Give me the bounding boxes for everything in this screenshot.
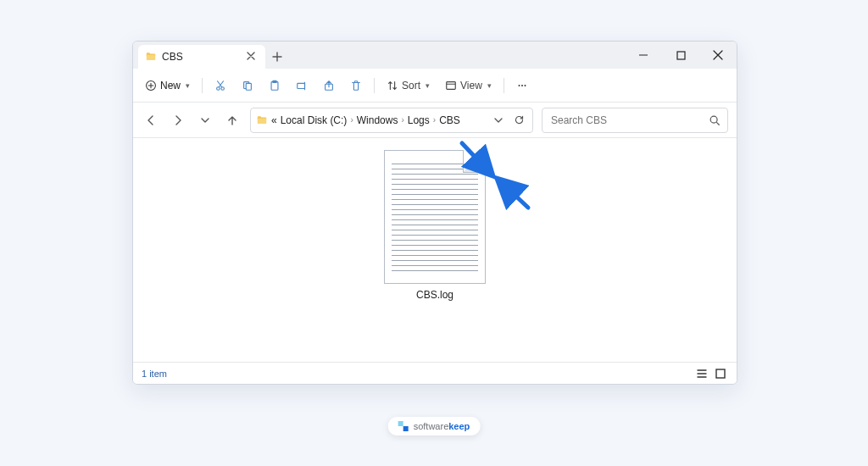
close-window-button[interactable] [699, 42, 737, 69]
sort-button[interactable]: Sort ▾ [380, 73, 437, 98]
svg-point-2 [217, 86, 220, 90]
tab-cbs[interactable]: CBS [138, 45, 265, 69]
share-button[interactable] [316, 73, 342, 98]
toolbar-divider [374, 78, 375, 93]
recent-locations-button[interactable] [196, 111, 214, 130]
sort-button-label: Sort [402, 80, 420, 92]
back-button[interactable] [142, 111, 160, 130]
text-file-icon [384, 150, 486, 284]
view-button-label: View [460, 80, 482, 92]
breadcrumb[interactable]: Logs [408, 114, 430, 126]
view-button[interactable]: View ▾ [438, 73, 498, 98]
cut-button[interactable] [208, 73, 233, 98]
details-view-button[interactable] [694, 366, 709, 381]
more-options-button[interactable] [509, 73, 535, 98]
svg-rect-10 [447, 81, 456, 89]
new-tab-button[interactable] [265, 45, 289, 69]
svg-point-11 [518, 85, 520, 86]
chevron-down-icon: ▾ [487, 81, 492, 90]
file-item-cbs-log[interactable]: CBS.log [381, 147, 489, 304]
address-history-button[interactable] [490, 112, 507, 129]
brand-badge: softwarekeep [388, 417, 481, 435]
address-bar[interactable]: « Local Disk (C:) › Windows › Logs › CBS [250, 108, 533, 133]
close-tab-icon[interactable] [243, 49, 259, 64]
copy-button[interactable] [235, 73, 260, 98]
svg-line-16 [499, 180, 528, 208]
navigation-row: « Local Disk (C:) › Windows › Logs › CBS [133, 103, 737, 138]
command-bar: New ▾ Sort ▾ View ▾ [133, 69, 737, 103]
brand-text-a: software [414, 421, 449, 431]
delete-button[interactable] [343, 73, 369, 98]
chevron-right-icon: › [350, 115, 353, 125]
chevron-right-icon: › [401, 115, 403, 125]
refresh-button[interactable] [510, 112, 527, 129]
toolbar-divider [202, 78, 203, 93]
svg-rect-17 [716, 369, 725, 378]
svg-point-13 [524, 85, 526, 86]
svg-rect-5 [246, 83, 251, 90]
maximize-button[interactable] [662, 42, 699, 69]
file-item-label: CBS.log [416, 289, 453, 301]
toolbar-divider [504, 78, 504, 93]
breadcrumb[interactable]: CBS [439, 114, 460, 126]
search-box[interactable] [542, 108, 728, 133]
new-button-label: New [160, 80, 181, 92]
svg-rect-8 [298, 83, 305, 88]
chevron-right-icon: › [433, 115, 436, 125]
status-item-count: 1 item [142, 369, 167, 379]
new-button[interactable]: New ▾ [138, 73, 197, 98]
minimize-button[interactable] [625, 42, 662, 69]
rename-button[interactable] [289, 73, 314, 98]
svg-point-14 [710, 116, 717, 123]
brand-logo-icon [398, 421, 409, 431]
tab-label: CBS [162, 51, 238, 63]
breadcrumb[interactable]: Local Disk (C:) [281, 114, 348, 126]
folder-icon [256, 114, 268, 126]
tab-strip: CBS [133, 42, 289, 69]
paste-button[interactable] [262, 73, 287, 98]
svg-rect-0 [677, 52, 685, 59]
chevron-down-icon: ▾ [426, 81, 430, 90]
search-icon [709, 114, 721, 126]
breadcrumb[interactable]: Windows [357, 114, 398, 126]
breadcrumb-prefix: « [271, 114, 277, 126]
svg-point-3 [221, 86, 225, 90]
brand-text-b: keep [448, 421, 470, 431]
search-input[interactable] [549, 114, 709, 127]
up-button[interactable] [223, 111, 242, 130]
file-explorer-window: CBS New ▾ [132, 41, 737, 385]
forward-button[interactable] [169, 111, 187, 130]
svg-point-12 [521, 85, 523, 86]
thumbnails-view-button[interactable] [713, 366, 728, 381]
status-bar: 1 item [133, 362, 737, 384]
chevron-down-icon: ▾ [186, 81, 190, 90]
titlebar: CBS [133, 42, 737, 69]
folder-icon [145, 51, 157, 63]
file-list: CBS.log [133, 138, 737, 362]
